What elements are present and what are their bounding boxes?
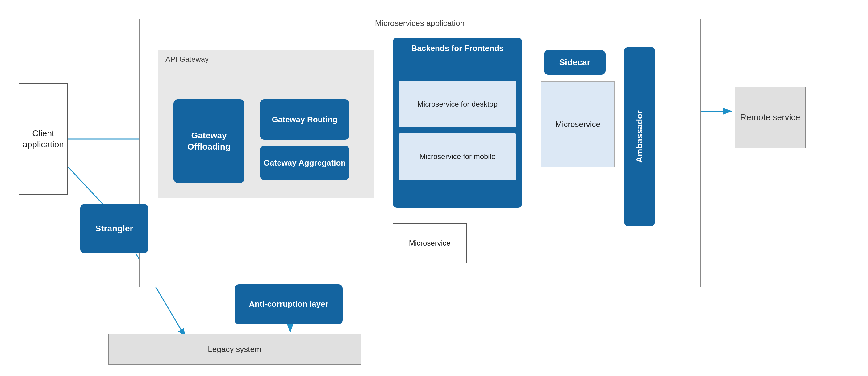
ms-mobile-label: Microservice for mobile: [420, 152, 496, 161]
anti-corruption-box: Anti-corruption layer: [235, 284, 343, 324]
ms-desktop-label: Microservice for desktop: [417, 99, 498, 109]
ms-mobile-box: Microservice for mobile: [399, 134, 516, 180]
anti-corruption-label: Anti-corruption layer: [249, 299, 328, 310]
backends-frontends-box: Backends for Frontends Microservice for …: [393, 38, 522, 208]
gateway-routing-label: Gateway Routing: [272, 115, 337, 124]
strangler-box: Strangler: [80, 204, 148, 253]
sidecar-box: Sidecar: [544, 50, 606, 75]
api-gateway-label: API Gateway: [165, 55, 209, 64]
diagram-container: Client application Microservices applica…: [0, 0, 868, 376]
remote-service-box: Remote service: [735, 87, 806, 148]
gateway-routing-box: Gateway Routing: [260, 99, 349, 140]
gateway-offloading-box: Gateway Offloading: [174, 99, 245, 183]
microservice-center-label: Microservice: [555, 120, 600, 129]
microservices-app-label: Microservices application: [372, 19, 468, 28]
gateway-aggregation-label: Gateway Aggregation: [264, 158, 346, 168]
backends-frontends-label: Backends for Frontends: [393, 43, 522, 54]
microservice-lower-box: Microservice: [393, 223, 467, 263]
ambassador-label: Ambassador: [634, 110, 645, 163]
ambassador-box: Ambassador: [624, 47, 655, 226]
client-application-box: Client application: [19, 83, 68, 195]
legacy-system-box: Legacy system: [108, 334, 361, 365]
client-application-label: Client application: [19, 128, 67, 150]
legacy-system-label: Legacy system: [208, 345, 261, 354]
strangler-label: Strangler: [95, 224, 133, 234]
microservice-lower-label: Microservice: [409, 239, 451, 248]
remote-service-label: Remote service: [740, 112, 800, 123]
ms-desktop-box: Microservice for desktop: [399, 81, 516, 127]
sidecar-label: Sidecar: [559, 57, 590, 67]
api-gateway-box: API Gateway Gateway Offloading Gateway R…: [158, 50, 374, 198]
microservices-app-box: Microservices application API Gateway Ga…: [139, 19, 701, 287]
gateway-aggregation-box: Gateway Aggregation: [260, 146, 349, 180]
gateway-offloading-label: Gateway Offloading: [174, 130, 245, 153]
microservice-center-box: Microservice: [541, 81, 615, 168]
